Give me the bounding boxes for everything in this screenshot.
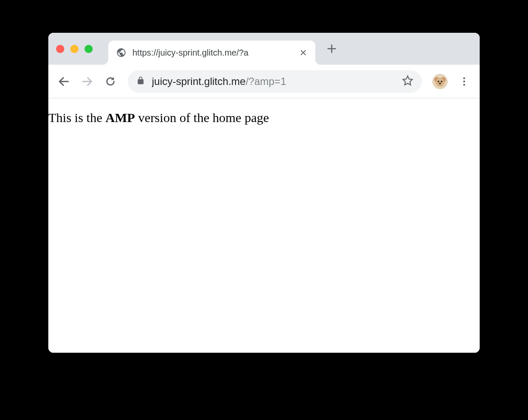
- url-text: juicy-sprint.glitch.me/?amp=1: [152, 75, 395, 88]
- window-minimize-button[interactable]: [70, 45, 79, 53]
- browser-window: https://juicy-sprint.glitch.me/?a: [48, 33, 480, 353]
- forward-button[interactable]: [78, 72, 97, 91]
- lock-icon: [136, 76, 145, 87]
- url-domain: juicy-sprint.glitch.me: [152, 75, 245, 87]
- window-close-button[interactable]: [56, 45, 64, 53]
- svg-point-5: [441, 81, 443, 82]
- browser-tab[interactable]: https://juicy-sprint.glitch.me/?a: [108, 41, 315, 65]
- globe-icon: [116, 47, 126, 58]
- svg-point-6: [439, 82, 441, 84]
- profile-avatar[interactable]: [432, 74, 448, 89]
- svg-point-7: [463, 77, 465, 79]
- body-text-suffix: version of the home page: [135, 110, 269, 125]
- new-tab-button[interactable]: [323, 40, 340, 57]
- toolbar: juicy-sprint.glitch.me/?amp=1: [48, 65, 480, 98]
- window-maximize-button[interactable]: [85, 45, 93, 53]
- address-bar[interactable]: juicy-sprint.glitch.me/?amp=1: [128, 70, 422, 93]
- menu-button[interactable]: [455, 72, 474, 91]
- svg-point-8: [463, 80, 465, 82]
- tab-bar: https://juicy-sprint.glitch.me/?a: [48, 33, 480, 65]
- url-query: /?amp=1: [245, 75, 286, 87]
- bookmark-icon[interactable]: [402, 75, 413, 88]
- tab-title: https://juicy-sprint.glitch.me/?a: [132, 48, 293, 58]
- body-text-bold: AMP: [106, 110, 135, 125]
- close-icon[interactable]: [299, 48, 308, 57]
- svg-point-4: [437, 81, 439, 82]
- page-content: This is the AMP version of the home page: [48, 98, 480, 353]
- body-text-prefix: This is the: [48, 110, 106, 125]
- svg-point-9: [463, 84, 465, 85]
- svg-point-3: [436, 78, 445, 87]
- back-button[interactable]: [54, 72, 73, 91]
- window-controls: [56, 45, 93, 53]
- reload-button[interactable]: [101, 72, 120, 91]
